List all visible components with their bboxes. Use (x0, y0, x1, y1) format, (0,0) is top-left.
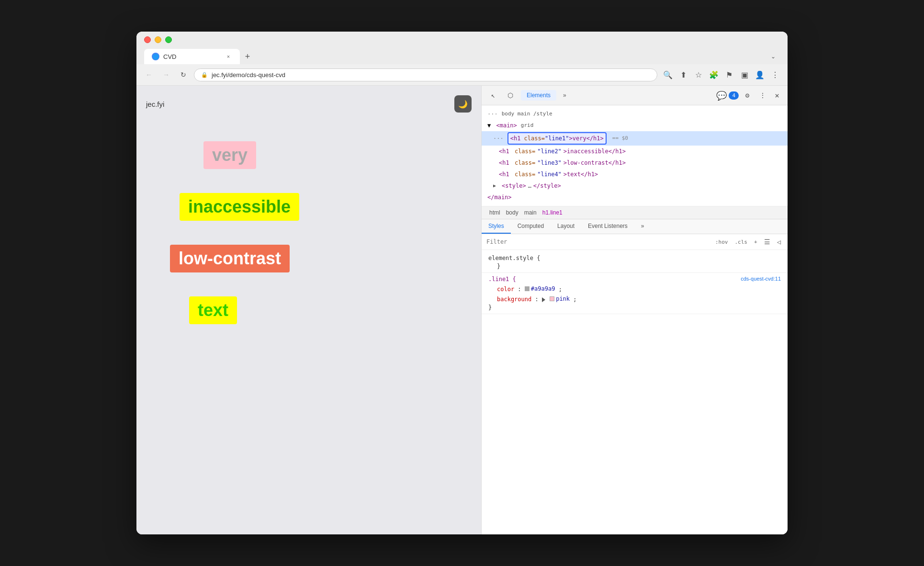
gear-icon: ⚙ (745, 91, 749, 99)
tab-close-button[interactable]: × (225, 53, 232, 60)
dots-icon: ⋮ (759, 91, 766, 99)
nav-actions: 🔍 ⬆ ☆ 🧩 ⚑ ▣ 👤 ⋮ (661, 68, 782, 81)
word-inaccessible: inaccessible (180, 193, 299, 221)
word-very: very (203, 141, 256, 169)
toggle-sidebar-button[interactable]: ◁ (775, 237, 783, 247)
dollar0-label: == $0 (612, 134, 628, 143)
profile-button[interactable]: 👤 (753, 68, 766, 81)
new-tab-button[interactable]: + (241, 50, 254, 63)
tab-layout[interactable]: Layout (551, 219, 581, 234)
menu-button[interactable]: ⋮ (768, 68, 782, 81)
h1-open-tag: <h1 (510, 134, 524, 143)
rule-close: } (488, 263, 781, 270)
rule-close: } (488, 304, 781, 311)
maximize-window-button[interactable] (165, 36, 172, 43)
profile-icon: 👤 (755, 70, 765, 79)
breadcrumb-bar: html body main h1.line1 (482, 206, 788, 219)
puzzle-icon: 🧩 (709, 70, 719, 79)
site-title: jec.fyi (146, 100, 164, 108)
cursor-icon: ↖ (491, 91, 495, 99)
element-style-rule: element.style { } (482, 252, 788, 273)
bookmark-icon: ☆ (695, 70, 702, 79)
color-swatch[interactable] (525, 286, 530, 291)
demo-words: very inaccessible low-contrast text (146, 132, 472, 324)
device-toggle-button[interactable]: ⬡ (504, 89, 517, 102)
color-property: color : #a9a9a9 ; (488, 284, 781, 294)
extensions-button[interactable]: 🧩 (707, 68, 721, 81)
dom-tree: ··· body main /style ▼ <main> grid ··· <… (482, 105, 788, 206)
dark-mode-button[interactable]: 🌙 (454, 95, 472, 113)
devtools-toolbar-right: 💬 4 ⚙ ⋮ × (716, 89, 783, 102)
dom-main-close[interactable]: </main> (482, 192, 788, 203)
css-rules: element.style { } cds-quest-cvd:11 .line… (482, 250, 788, 534)
class-attr-name: class= (524, 134, 545, 143)
device-icon: ⬡ (507, 91, 513, 99)
filter-actions: :hov .cls + ☰ ◁ (713, 237, 783, 247)
main-pseudo: grid (521, 121, 534, 130)
styles-tabs: Styles Computed Layout Event Listeners » (482, 219, 788, 234)
breadcrumb-main[interactable]: main (522, 208, 539, 217)
class-attr-value: "line1" (545, 134, 569, 143)
flag-button[interactable]: ⚑ (722, 68, 736, 81)
expand-arrow: ▼ (487, 121, 494, 130)
back-icon: ← (146, 71, 152, 79)
close-window-button[interactable] (144, 36, 151, 43)
background-swatch[interactable] (550, 296, 554, 301)
expand-background-icon[interactable] (542, 297, 545, 302)
filter-bar: :hov .cls + ☰ ◁ (482, 234, 788, 250)
close-devtools-button[interactable]: × (771, 90, 783, 101)
dom-above: body main /style (502, 109, 552, 119)
settings-button[interactable]: ⚙ (741, 89, 754, 102)
dom-line: ··· body main /style (482, 108, 788, 120)
devtools-toolbar: ↖ ⬡ Elements » 💬 4 ⚙ (482, 86, 788, 105)
address-bar[interactable]: 🔒 jec.fyi/demo/cds-quest-cvd (194, 68, 657, 81)
tab-computed[interactable]: Computed (511, 219, 551, 234)
navigation-bar: ← → ↻ 🔒 jec.fyi/demo/cds-quest-cvd 🔍 ⬆ ☆… (136, 64, 788, 86)
selector-text: element.style { (488, 255, 540, 261)
page-header: jec.fyi 🌙 (146, 95, 472, 113)
expand-style-arrow: ▶ (493, 181, 499, 191)
breadcrumb-body[interactable]: body (504, 208, 520, 217)
add-style-button[interactable]: + (752, 238, 759, 246)
tab-more-panels[interactable]: » (557, 90, 572, 101)
back-button[interactable]: ← (142, 68, 156, 81)
tab-styles[interactable]: Styles (482, 219, 511, 234)
background-property: background : pink ; (488, 294, 781, 304)
breadcrumb-h1[interactable]: h1.line1 (541, 208, 564, 217)
origin-link[interactable]: cds-quest-cvd:11 (741, 276, 781, 282)
bookmark-button[interactable]: ☆ (692, 68, 705, 81)
dom-h1-line3[interactable]: <h1 class= "line3" >low-contrast</h1> (482, 157, 788, 169)
cls-filter[interactable]: .cls (732, 238, 749, 246)
dom-h1-line1[interactable]: ··· <h1 class= "line1" >very</h1> == $0 (482, 131, 788, 146)
flag-icon: ⚑ (726, 70, 732, 79)
dom-h1-line4[interactable]: <h1 class= "line4" >text</h1> (482, 169, 788, 180)
new-style-rule-button[interactable]: ☰ (762, 237, 772, 247)
lock-icon: 🔒 (201, 72, 208, 78)
inspector-button[interactable]: ↖ (486, 89, 500, 102)
browser-tab[interactable]: 🌐 CVD × (144, 49, 240, 64)
styles-filter-input[interactable] (486, 238, 713, 245)
dom-style-line[interactable]: ▶ <style> … </style> (482, 180, 788, 192)
forward-icon: → (163, 71, 169, 79)
h1-text: >very</h1> (569, 134, 604, 143)
breadcrumb-html[interactable]: html (487, 208, 502, 217)
dom-h1-line2[interactable]: <h1 class= "line2" >inaccessible</h1> (482, 146, 788, 157)
minimize-window-button[interactable] (155, 36, 161, 43)
tab-event-listeners[interactable]: Event Listeners (581, 219, 634, 234)
forward-button[interactable]: → (159, 68, 173, 81)
tag-main: <main> (496, 121, 517, 130)
share-button[interactable]: ⬆ (676, 68, 690, 81)
line1-selector: cds-quest-cvd:11 .line1 { (488, 276, 781, 283)
layout-icon: ▣ (741, 70, 748, 79)
hov-filter[interactable]: :hov (713, 238, 730, 246)
traffic-lights (144, 36, 780, 43)
search-button[interactable]: 🔍 (661, 68, 675, 81)
tab-overflow-button[interactable]: ⌄ (766, 50, 780, 63)
search-icon: 🔍 (663, 70, 673, 79)
dom-main-line[interactable]: ▼ <main> grid (482, 120, 788, 131)
refresh-button[interactable]: ↻ (177, 68, 190, 81)
more-actions-button[interactable]: ⋮ (756, 89, 769, 102)
tab-more-styles[interactable]: » (634, 219, 651, 234)
layout-button[interactable]: ▣ (738, 68, 751, 81)
tab-elements[interactable]: Elements (521, 90, 556, 101)
